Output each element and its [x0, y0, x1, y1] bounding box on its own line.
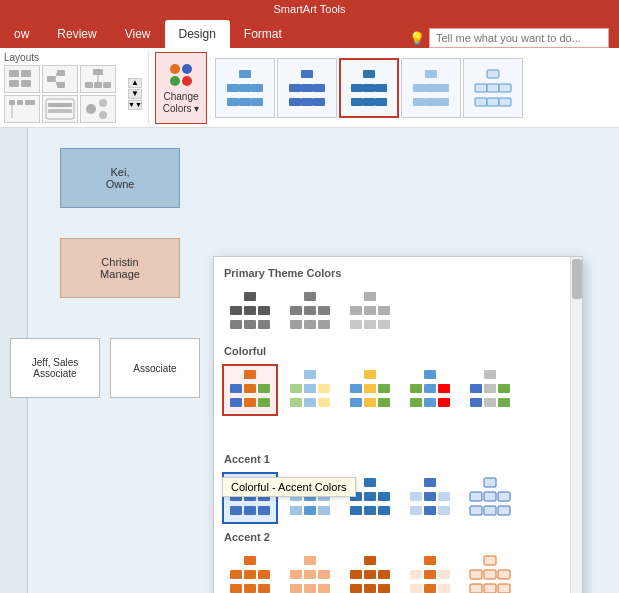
accent2-2[interactable] [282, 550, 338, 593]
svg-rect-95 [290, 398, 302, 407]
accent2-icon-3 [348, 554, 392, 593]
svg-rect-56 [487, 70, 499, 78]
primary-color-2[interactable] [282, 286, 338, 338]
smartart-node-bottom-right[interactable]: Associate [110, 338, 200, 398]
accent2-4[interactable] [402, 550, 458, 593]
svg-rect-156 [244, 570, 256, 579]
svg-rect-89 [244, 398, 256, 407]
colorful-1[interactable] [222, 364, 278, 416]
svg-rect-36 [289, 84, 301, 92]
svg-rect-40 [301, 98, 313, 106]
svg-rect-144 [410, 506, 422, 515]
layout-item-5[interactable] [42, 95, 78, 123]
svg-rect-136 [378, 492, 390, 501]
svg-rect-168 [364, 556, 376, 565]
style-item-1[interactable] [215, 58, 275, 118]
style-item-2[interactable] [277, 58, 337, 118]
section-accent1-label: Accent 1 [214, 449, 582, 469]
svg-rect-171 [378, 570, 390, 579]
svg-rect-177 [424, 570, 436, 579]
title-bar: SmartArt Tools [0, 0, 619, 20]
svg-rect-47 [363, 98, 375, 106]
tab-review[interactable]: Review [43, 20, 110, 48]
svg-rect-42 [363, 70, 375, 78]
svg-rect-90 [258, 398, 270, 407]
style-item-5[interactable] [463, 58, 523, 118]
tab-view[interactable]: View [111, 20, 165, 48]
colorful-icon-2 [288, 368, 332, 412]
scrollbar-thumb[interactable] [572, 259, 582, 299]
layout-item-1[interactable] [4, 65, 40, 93]
primary-color-3[interactable] [342, 286, 398, 338]
layout-scroll-up[interactable]: ▲ [128, 78, 142, 88]
ribbon-tabs: ow Review View Design Format 💡 [0, 20, 619, 48]
primary-color-1[interactable] [222, 286, 278, 338]
accent2-1[interactable] [222, 550, 278, 593]
style-item-4[interactable] [401, 58, 461, 118]
change-colors-button[interactable]: ChangeColors ▾ [155, 52, 207, 124]
svg-rect-32 [227, 98, 239, 106]
svg-rect-162 [290, 570, 302, 579]
svg-rect-138 [364, 506, 376, 515]
svg-rect-154 [244, 556, 256, 565]
svg-rect-20 [48, 109, 72, 113]
svg-rect-187 [484, 584, 496, 593]
colorful-2[interactable] [282, 364, 338, 416]
tab-format[interactable]: Format [230, 20, 296, 48]
svg-rect-174 [378, 584, 390, 593]
svg-rect-16 [25, 100, 35, 105]
accent2-3[interactable] [342, 550, 398, 593]
layout-item-2[interactable] [42, 65, 78, 93]
svg-rect-2 [9, 80, 19, 87]
change-colors-label: ChangeColors ▾ [163, 91, 200, 115]
style-item-3[interactable] [339, 58, 399, 118]
layout-item-3[interactable] [80, 65, 116, 93]
accent2-5[interactable] [462, 550, 518, 593]
svg-rect-79 [364, 306, 376, 315]
layout-scroll-down[interactable]: ▼ [128, 89, 142, 99]
svg-rect-184 [484, 570, 496, 579]
smartart-node-top[interactable]: Kei,Owne [60, 148, 180, 208]
svg-rect-109 [410, 398, 422, 407]
svg-rect-86 [244, 384, 256, 393]
svg-rect-175 [424, 556, 436, 565]
tab-design[interactable]: Design [165, 20, 230, 48]
dropdown-scrollbar[interactable] [570, 257, 582, 593]
tab-ow[interactable]: ow [0, 20, 43, 48]
svg-rect-69 [258, 320, 270, 329]
svg-rect-185 [498, 570, 510, 579]
layouts-label: Layouts [4, 52, 142, 63]
svg-rect-164 [318, 570, 330, 579]
accent1-4[interactable] [402, 472, 458, 524]
svg-rect-51 [425, 84, 437, 92]
svg-rect-98 [364, 370, 376, 379]
accent1-5[interactable] [462, 472, 518, 524]
colorful-5[interactable] [462, 364, 518, 416]
smartart-node-mid[interactable]: ChristinManage [60, 238, 180, 298]
layout-scroll-more[interactable]: ▼▼ [128, 100, 142, 110]
svg-rect-114 [484, 384, 496, 393]
svg-rect-113 [470, 384, 482, 393]
change-colors-icon [167, 61, 195, 89]
svg-line-7 [55, 73, 57, 79]
svg-rect-76 [318, 320, 330, 329]
svg-rect-104 [378, 398, 390, 407]
colorful-3[interactable] [342, 364, 398, 416]
colorful-4[interactable] [402, 364, 458, 416]
svg-rect-179 [410, 584, 422, 593]
layout-item-6[interactable] [80, 95, 116, 123]
layouts-group: Layouts [4, 52, 149, 124]
smartart-node-bottom-left[interactable]: Jeff, SalesAssociate [10, 338, 100, 398]
svg-rect-37 [301, 84, 313, 92]
svg-rect-81 [350, 320, 362, 329]
search-input[interactable] [429, 28, 609, 48]
svg-rect-155 [230, 570, 242, 579]
svg-rect-28 [239, 70, 251, 78]
svg-rect-99 [350, 384, 362, 393]
layout-item-4[interactable] [4, 95, 40, 123]
svg-rect-54 [425, 98, 437, 106]
style-icon-4 [409, 66, 453, 110]
svg-rect-172 [350, 584, 362, 593]
svg-rect-1 [21, 70, 31, 77]
svg-rect-92 [290, 384, 302, 393]
